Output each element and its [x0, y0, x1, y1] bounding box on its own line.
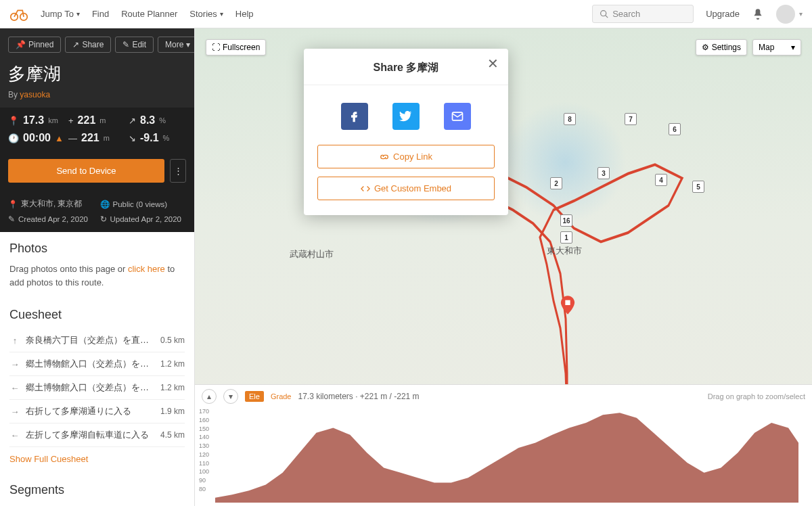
map-layer-select[interactable]: Map ▾: [752, 39, 801, 55]
route-meta: 📍 東大和市, 東京都 🌐 Public (0 views) ✎ Created…: [0, 191, 194, 232]
cue-text: 郷土博物館入口（交差点）を右折...: [26, 358, 155, 370]
cue-item[interactable]: ↑奈良橋六丁目（交差点）を直進し...0.5 km: [9, 329, 185, 352]
cue-text: 右折して多摩湖通りに入る: [26, 405, 155, 417]
cuesheet-section: Cuesheet ↑奈良橋六丁目（交差点）を直進し...0.5 km→郷土博物館…: [0, 298, 194, 474]
y-tick: 110: [199, 460, 209, 467]
cue-distance: 1.2 km: [160, 359, 185, 369]
elev-up-button[interactable]: ▴: [202, 389, 217, 404]
elev-grade-tab[interactable]: Grade: [271, 392, 292, 400]
cue-arrow-icon: ←: [9, 430, 20, 440]
sidebar: 📌 Pinned ↗ Share ✎ Edit More ▾ 多摩湖 By ya…: [0, 28, 195, 506]
nav-stories[interactable]: Stories ▾: [189, 9, 223, 19]
cue-arrow-icon: ↑: [9, 336, 20, 346]
y-tick: 130: [199, 442, 209, 449]
photos-click-here[interactable]: click here: [128, 264, 165, 274]
email-share-button[interactable]: [444, 103, 471, 130]
search-icon: [600, 9, 608, 18]
send-options-button[interactable]: ⋮: [170, 159, 186, 183]
nav-upgrade[interactable]: Upgrade: [706, 9, 740, 19]
meta-created: ✎ Created Apr 2, 2020: [8, 214, 95, 224]
photos-section: Photos Drag photos onto this page or cli…: [0, 232, 194, 298]
chevron-down-icon: ▾: [76, 10, 80, 18]
send-to-device-button[interactable]: Send to Device: [8, 159, 164, 183]
avatar: [776, 5, 795, 24]
cue-arrow-icon: →: [9, 407, 20, 417]
cue-arrow-icon: →: [9, 359, 20, 369]
y-tick: 90: [199, 477, 206, 484]
stat-time: 🕐 00:00 ▲: [8, 132, 66, 144]
map-marker[interactable]: 3: [597, 167, 610, 179]
y-tick: 120: [199, 451, 209, 458]
nav-jump-to[interactable]: Jump To ▾: [41, 9, 80, 19]
cue-text: 奈良橋六丁目（交差点）を直進し...: [26, 334, 155, 346]
facebook-share-button[interactable]: [341, 103, 368, 130]
stat-distance: 📍 17.3km: [8, 114, 66, 127]
nav-find[interactable]: Find: [92, 9, 109, 19]
more-button[interactable]: More ▾: [158, 37, 195, 53]
route-stats: 📍 17.3km + 221m ↗ 8.3% 🕐 00:00 ▲ — 221m …: [0, 108, 194, 151]
elev-down-button[interactable]: ▾: [223, 389, 238, 404]
fullscreen-button[interactable]: ⛶ Fullscreen: [206, 39, 266, 55]
map-marker[interactable]: 4: [655, 174, 667, 186]
edit-button[interactable]: ✎ Edit: [115, 37, 154, 53]
map-marker[interactable]: 7: [625, 113, 637, 125]
y-tick: 160: [199, 417, 209, 423]
map-marker[interactable]: 5: [692, 181, 704, 193]
user-menu[interactable]: ▾: [776, 5, 803, 24]
segments-section: Segments There are no segments for this …: [0, 474, 194, 506]
cue-distance: 1.9 km: [160, 407, 185, 416]
svg-line-3: [606, 16, 608, 18]
y-tick: 170: [199, 408, 209, 415]
elevation-panel: ▴ ▾ Ele Grade 17.3 kilometers · +221 m /…: [195, 384, 812, 506]
nav-help[interactable]: Help: [235, 9, 254, 19]
share-button[interactable]: ↗ Share: [65, 37, 111, 53]
nav-route-planner[interactable]: Route Planner: [121, 9, 177, 19]
cue-item[interactable]: ←郷土博物館入口（交差点）を左折...1.2 km: [9, 376, 185, 400]
cue-distance: 0.5 km: [160, 336, 185, 345]
map-marker[interactable]: 2: [550, 177, 562, 189]
logo-icon[interactable]: [9, 7, 28, 22]
cue-text: 郷土博物館入口（交差点）を左折...: [26, 382, 155, 394]
top-nav: Jump To ▾ Find Route Planner Stories ▾ H…: [0, 0, 812, 28]
svg-point-2: [601, 11, 606, 16]
elev-hint: Drag on graph to zoom/select: [708, 392, 805, 400]
close-icon[interactable]: ✕: [487, 57, 499, 70]
search-input[interactable]: Search: [592, 5, 694, 23]
twitter-share-button[interactable]: [392, 103, 420, 130]
chevron-down-icon: ▾: [799, 10, 803, 18]
show-full-cuesheet[interactable]: Show Full Cuesheet: [9, 454, 185, 464]
y-tick: 140: [199, 434, 209, 440]
chevron-down-icon: ▾: [220, 10, 223, 18]
cue-item[interactable]: ←左折して多摩湖自転車道に入る4.5 km: [9, 423, 185, 447]
map-marker[interactable]: 1: [560, 231, 572, 244]
cue-distance: 4.5 km: [160, 430, 185, 440]
stat-elev-gain: + 221m: [68, 114, 126, 127]
modal-title: Share 多摩湖: [304, 49, 508, 85]
cue-item[interactable]: →右折して多摩湖通りに入る1.9 km: [9, 400, 185, 423]
y-tick: 150: [199, 426, 209, 432]
map-marker[interactable]: 6: [669, 123, 681, 135]
meta-privacy: 🌐 Public (0 views): [100, 199, 187, 209]
cuesheet-heading: Cuesheet: [9, 308, 185, 322]
y-tick: 80: [199, 486, 206, 492]
author-link[interactable]: yasuoka: [20, 90, 50, 99]
route-title: 多摩湖: [8, 62, 186, 86]
copy-link-button[interactable]: Copy Link: [317, 145, 495, 168]
bell-icon[interactable]: [752, 8, 764, 20]
pinned-button[interactable]: 📌 Pinned: [8, 37, 61, 53]
stat-avg-grade: ↗ 8.3%: [129, 114, 186, 127]
map-marker[interactable]: 8: [564, 113, 576, 125]
meta-location: 📍 東大和市, 東京都: [8, 199, 95, 209]
map-settings-button[interactable]: ⚙ Settings: [696, 39, 747, 55]
elevation-chart[interactable]: 1701601501401301201101009080: [195, 408, 812, 503]
embed-button[interactable]: Get Custom Embed: [317, 177, 495, 200]
svg-rect-4: [565, 300, 570, 305]
photos-heading: Photos: [9, 242, 185, 256]
stat-elev-loss: — 221m: [68, 132, 126, 144]
cue-arrow-icon: ←: [9, 383, 20, 393]
map-marker[interactable]: 16: [560, 214, 572, 227]
cue-text: 左折して多摩湖自転車道に入る: [26, 429, 155, 441]
cue-item[interactable]: →郷土博物館入口（交差点）を右折...1.2 km: [9, 352, 185, 376]
elev-summary: 17.3 kilometers · +221 m / -221 m: [298, 392, 419, 401]
elev-ele-tab[interactable]: Ele: [245, 391, 264, 402]
